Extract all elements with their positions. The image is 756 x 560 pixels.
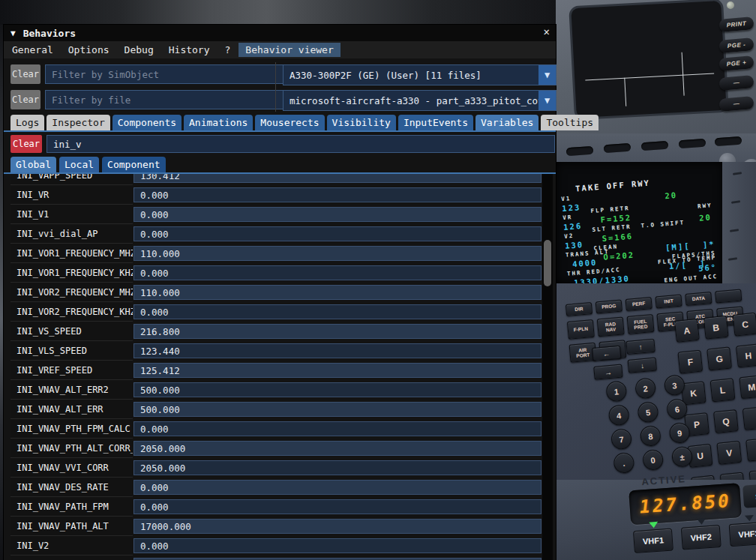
frequency-transfer-button[interactable]: ⇄ xyxy=(742,484,756,508)
tab-global[interactable]: Global xyxy=(10,157,56,172)
mcdu-letter-key[interactable]: F xyxy=(677,350,703,374)
vhf3-button[interactable]: VHF3 xyxy=(729,522,756,547)
mcdu-key-arrow-left[interactable]: ← xyxy=(592,346,621,361)
bezel-oval-key[interactable] xyxy=(604,143,632,153)
title-bar[interactable]: ▼ Behaviors ✕ xyxy=(4,25,556,41)
variable-value[interactable]: 0.000 xyxy=(134,226,542,241)
mcdu-letter-key[interactable]: G xyxy=(706,346,732,370)
variable-value[interactable]: 0.000 xyxy=(134,304,542,319)
print-button[interactable]: PRINT xyxy=(718,16,754,32)
mcdu-key-perf[interactable]: PERF xyxy=(626,297,652,311)
variable-value[interactable]: 130.412 xyxy=(134,174,542,183)
mcdu-key-arrow-right[interactable]: → xyxy=(593,364,622,380)
mcdu-plusminus-key[interactable]: ± xyxy=(671,445,694,468)
mcdu-number-key[interactable]: 0 xyxy=(642,449,664,472)
vhf2-button[interactable]: VHF2 xyxy=(681,525,722,550)
mcdu-key-radnav[interactable]: RAD NAV xyxy=(597,316,625,337)
page-minus-button[interactable]: PGE - xyxy=(718,37,754,53)
blank-button-1[interactable]: — xyxy=(718,75,754,91)
tab-tooltips[interactable]: Tooltips xyxy=(541,115,598,130)
simobject-dropdown[interactable]: A330-300P2F (GE) (User) [11 files] ▼ xyxy=(283,64,556,85)
vhf1-button[interactable]: VHF1 xyxy=(633,529,674,554)
variable-value[interactable]: 216.800 xyxy=(134,324,542,339)
mcdu-number-key[interactable]: 5 xyxy=(637,401,659,424)
page-plus-button[interactable]: PGE + xyxy=(718,55,754,71)
tab-animations[interactable]: Animations xyxy=(184,115,253,130)
file-filter-input[interactable] xyxy=(45,90,284,109)
variable-value[interactable]: 500.000 xyxy=(134,382,542,397)
mcdu-number-key[interactable]: 1 xyxy=(605,380,628,403)
menu-history[interactable]: History xyxy=(162,43,217,57)
mcdu-key-init[interactable]: INIT xyxy=(655,295,682,309)
variable-value[interactable]: 0.000 xyxy=(134,499,542,514)
mcdu-letter-key[interactable]: C xyxy=(733,313,756,337)
file-dropdown[interactable]: microsoft-aircraft-a330 - part_a333_pito… xyxy=(283,90,556,111)
variable-value[interactable]: 0.000 xyxy=(134,265,542,280)
clear-file-filter-button[interactable]: Clear xyxy=(10,90,40,109)
mcdu-key-fuelpred[interactable]: FUEL PRED xyxy=(627,314,655,334)
tab-inspector[interactable]: Inspector xyxy=(46,115,110,130)
variable-value[interactable]: 0.000 xyxy=(134,538,542,553)
mcdu-key-dir[interactable]: DIR xyxy=(566,302,592,316)
menu-behavior-viewer[interactable]: Behavior viewer xyxy=(238,43,340,57)
variable-value[interactable]: 110.000 xyxy=(134,246,542,261)
clear-search-button[interactable]: Clear xyxy=(10,135,42,153)
tab-logs[interactable]: Logs xyxy=(10,115,44,130)
bezel-oval-key[interactable] xyxy=(566,146,594,156)
mcdu-number-key[interactable]: 8 xyxy=(639,425,662,448)
tab-mouserects[interactable]: Mouserects xyxy=(255,115,324,130)
mcdu-number-key[interactable]: 4 xyxy=(608,404,630,427)
menu-options[interactable]: Options xyxy=(62,43,116,57)
blank-button-2[interactable]: — xyxy=(718,96,754,112)
mcdu-number-key[interactable]: 9 xyxy=(668,422,691,445)
tab-components[interactable]: Components xyxy=(112,115,182,130)
variable-value[interactable]: 110.000 xyxy=(134,285,542,300)
bezel-oval-key[interactable] xyxy=(679,139,706,148)
mcdu-letter-key-partial[interactable] xyxy=(742,406,756,430)
mcdu-number-key[interactable]: 2 xyxy=(634,377,657,400)
collapse-icon[interactable]: ▼ xyxy=(10,28,16,38)
tab-local[interactable]: Local xyxy=(59,157,99,172)
simobject-filter-input[interactable] xyxy=(45,64,284,84)
chevron-down-icon[interactable]: ▼ xyxy=(538,91,556,110)
mcdu-key-arrow-down[interactable]: ↓ xyxy=(628,358,657,373)
variable-value[interactable]: 123.440 xyxy=(134,343,542,358)
variable-value[interactable]: 125.412 xyxy=(134,363,542,378)
mcdu-number-key[interactable]: 3 xyxy=(664,374,686,397)
menu-general[interactable]: General xyxy=(5,43,60,57)
menu-debug[interactable]: Debug xyxy=(118,43,160,57)
close-icon[interactable]: ✕ xyxy=(544,25,550,37)
chevron-down-icon[interactable]: ▼ xyxy=(538,65,556,85)
tab-visibility[interactable]: Visibility xyxy=(327,115,396,130)
variable-value[interactable]: 2050.000 xyxy=(134,460,542,475)
variable-value[interactable]: 0.000 xyxy=(134,207,542,222)
menu-help[interactable]: ? xyxy=(218,43,238,57)
mcdu-letter-key[interactable]: A xyxy=(674,319,700,343)
bezel-oval-key[interactable] xyxy=(715,136,742,146)
tab-variables[interactable]: Variables xyxy=(476,115,538,130)
tab-inputevents[interactable]: InputEvents xyxy=(398,115,473,130)
mcdu-letter-key[interactable]: B xyxy=(704,316,729,340)
mcdu-letter-key[interactable]: Q xyxy=(713,409,739,433)
tab-component[interactable]: Component xyxy=(102,157,165,172)
variable-value[interactable]: 0.000 xyxy=(134,480,542,495)
mcdu-letter-key[interactable]: H xyxy=(736,343,756,367)
mcdu-letter-key[interactable]: M xyxy=(739,375,756,399)
variable-value[interactable]: 2050.000 xyxy=(134,441,542,456)
variable-value[interactable]: 500.000 xyxy=(134,402,542,417)
mcdu-letter-key[interactable]: L xyxy=(710,378,736,402)
table-scrollbar[interactable] xyxy=(542,174,553,560)
variable-value[interactable]: 0.000 xyxy=(134,421,542,436)
mcdu-key-blank[interactable] xyxy=(715,289,742,304)
variable-value[interactable]: 17000.000 xyxy=(134,519,542,534)
mcdu-letter-key-partial[interactable] xyxy=(746,438,756,462)
mcdu-letter-key[interactable]: V xyxy=(716,441,742,465)
mcdu-key-data[interactable]: DATA xyxy=(685,292,712,306)
scrollbar-thumb[interactable] xyxy=(544,240,551,286)
mcdu-number-key[interactable]: 6 xyxy=(666,398,688,421)
bezel-oval-key[interactable] xyxy=(641,141,669,151)
mcdu-key-prog[interactable]: PROG xyxy=(596,300,622,314)
clear-simobject-filter-button[interactable]: Clear xyxy=(10,64,40,84)
mcdu-key-arrow-up[interactable]: ↑ xyxy=(626,339,655,355)
mcdu-dot-key[interactable]: . xyxy=(613,452,635,475)
